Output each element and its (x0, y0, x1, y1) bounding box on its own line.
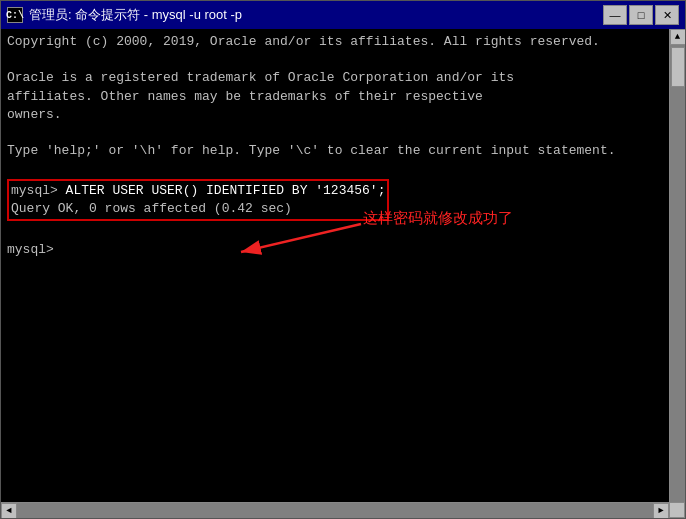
title-bar-left: C:\ 管理员: 命令提示符 - mysql -u root -p (7, 6, 242, 24)
scroll-up-button[interactable]: ▲ (670, 29, 686, 45)
maximize-button[interactable]: □ (629, 5, 653, 25)
terminal-output[interactable]: Copyright (c) 2000, 2019, Oracle and/or … (1, 29, 669, 518)
scroll-right-button[interactable]: ► (653, 503, 669, 519)
cmd-window: C:\ 管理员: 命令提示符 - mysql -u root -p — □ ✕ … (0, 0, 686, 519)
line-8 (7, 160, 663, 178)
scroll-left-button[interactable]: ◄ (1, 503, 17, 519)
line-7: Type 'help;' or '\h' for help. Type '\c'… (7, 142, 663, 160)
cmd-icon: C:\ (7, 7, 23, 23)
scroll-track[interactable] (670, 45, 686, 502)
line-6 (7, 124, 663, 142)
line-9: mysql> ALTER USER USER() IDENTIFIED BY '… (11, 182, 385, 200)
horizontal-scrollbar[interactable]: ◄ ► (1, 502, 669, 518)
scrollbar-corner (669, 502, 685, 518)
window-title: 管理员: 命令提示符 - mysql -u root -p (29, 6, 242, 24)
vertical-scrollbar[interactable]: ▲ ▼ (669, 29, 685, 518)
close-button[interactable]: ✕ (655, 5, 679, 25)
scroll-thumb[interactable] (671, 47, 685, 87)
arrow-svg (221, 214, 381, 264)
line-3: Oracle is a registered trademark of Orac… (7, 69, 663, 87)
hscroll-track[interactable] (17, 503, 653, 519)
content-area: Copyright (c) 2000, 2019, Oracle and/or … (1, 29, 685, 518)
line-1: Copyright (c) 2000, 2019, Oracle and/or … (7, 33, 663, 51)
line-2 (7, 51, 663, 69)
svg-line-1 (241, 224, 361, 252)
line-4: affiliates. Other names may be trademark… (7, 88, 663, 106)
title-controls: — □ ✕ (603, 5, 679, 25)
line-5: owners. (7, 106, 663, 124)
minimize-button[interactable]: — (603, 5, 627, 25)
title-bar: C:\ 管理员: 命令提示符 - mysql -u root -p — □ ✕ (1, 1, 685, 29)
